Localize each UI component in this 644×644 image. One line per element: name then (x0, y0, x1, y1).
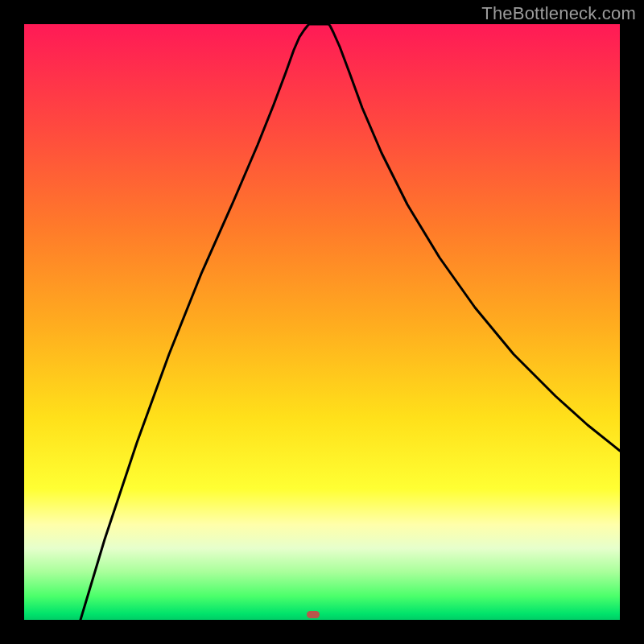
min-marker (307, 611, 320, 618)
chart-frame: TheBottleneck.com (0, 0, 644, 644)
plot-area (24, 24, 620, 620)
watermark-text: TheBottleneck.com (481, 3, 636, 24)
bottleneck-curve (24, 24, 620, 620)
